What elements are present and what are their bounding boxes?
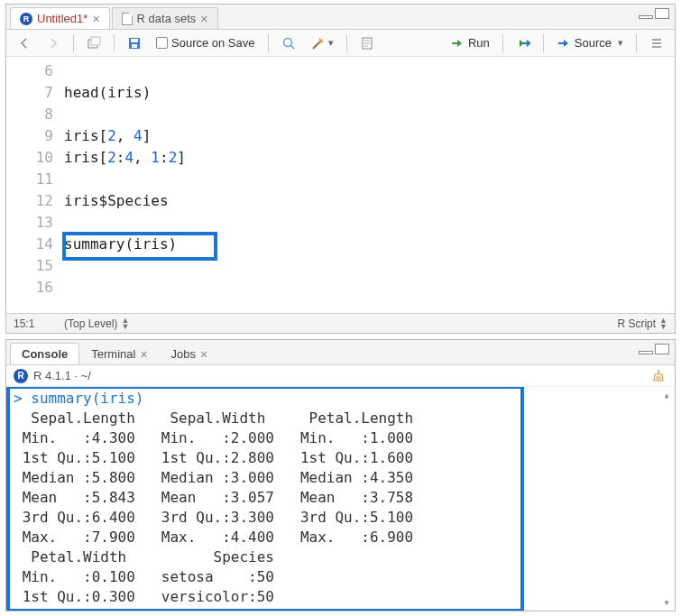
tab-label: R data sets bbox=[137, 12, 197, 25]
source-toolbar: Source on Save ▾ Run Source ▾ bbox=[6, 30, 675, 57]
console-info-bar: R R 4.1.1 · ~/ bbox=[6, 365, 675, 387]
rerun-button[interactable] bbox=[511, 34, 536, 52]
tab-jobs[interactable]: Jobs × bbox=[160, 343, 220, 364]
source-tabbar: R Untitled1* × R data sets × bbox=[6, 5, 675, 30]
outline-button[interactable] bbox=[644, 34, 669, 52]
line-gutter: 678910111213141516 bbox=[6, 57, 62, 313]
document-icon bbox=[122, 13, 133, 25]
tab-console[interactable]: Console bbox=[10, 343, 79, 364]
pane-window-controls bbox=[639, 344, 669, 354]
tab-r-data-sets[interactable]: R data sets × bbox=[112, 7, 218, 29]
tab-label: Untitled1* bbox=[37, 12, 87, 25]
r-version-path: R 4.1.1 · ~/ bbox=[33, 369, 91, 382]
minimize-pane-icon[interactable] bbox=[639, 351, 653, 354]
r-logo-icon: R bbox=[14, 369, 28, 383]
code-tools-button[interactable]: ▾ bbox=[305, 34, 339, 52]
show-in-new-window-button[interactable] bbox=[81, 34, 106, 52]
clear-console-button[interactable] bbox=[651, 368, 666, 385]
scroll-down-icon[interactable]: ▾ bbox=[660, 596, 673, 609]
cursor-position: 15:1 bbox=[14, 317, 64, 330]
scope-selector[interactable]: (Top Level) ▲▼ bbox=[64, 317, 617, 330]
tab-untitled1[interactable]: R Untitled1* × bbox=[10, 7, 110, 29]
r-script-icon: R bbox=[20, 13, 32, 25]
close-icon[interactable]: × bbox=[200, 347, 207, 362]
back-button[interactable] bbox=[12, 34, 37, 52]
close-icon[interactable]: × bbox=[200, 13, 207, 25]
console-pane: Console Terminal × Jobs × R R 4.1.1 · ~/… bbox=[5, 339, 676, 611]
svg-point-5 bbox=[283, 38, 291, 46]
svg-rect-4 bbox=[132, 44, 137, 48]
console-output[interactable]: > summary(iris) Sepal.Length Sepal.Width… bbox=[6, 387, 675, 611]
run-button[interactable]: Run bbox=[445, 34, 495, 52]
source-button[interactable]: Source ▾ bbox=[551, 34, 629, 52]
close-icon[interactable]: × bbox=[140, 347, 147, 362]
checkbox-icon bbox=[156, 37, 168, 49]
console-result: Sepal.Length Sepal.Width Petal.Length Mi… bbox=[14, 409, 667, 607]
code-area[interactable]: head(iris) iris[2, 4]iris[2:4, 1:2] iris… bbox=[62, 57, 675, 313]
pane-window-controls bbox=[639, 8, 669, 19]
source-on-save-toggle[interactable]: Source on Save bbox=[151, 34, 261, 51]
source-on-save-label: Source on Save bbox=[171, 36, 255, 50]
updown-icon: ▲▼ bbox=[659, 317, 667, 329]
source-statusbar: 15:1 (Top Level) ▲▼ R Script ▲▼ bbox=[6, 313, 675, 333]
close-icon[interactable]: × bbox=[92, 13, 99, 25]
find-button[interactable] bbox=[276, 34, 301, 52]
svg-line-6 bbox=[290, 45, 294, 49]
compile-report-button[interactable] bbox=[354, 34, 380, 52]
updown-icon: ▲▼ bbox=[121, 317, 129, 329]
console-command: > summary(iris) bbox=[14, 389, 667, 409]
minimize-pane-icon[interactable] bbox=[639, 15, 653, 19]
svg-rect-1 bbox=[91, 37, 100, 45]
scroll-up-icon[interactable]: ▴ bbox=[660, 389, 673, 401]
svg-rect-3 bbox=[131, 39, 138, 42]
maximize-pane-icon[interactable] bbox=[655, 344, 669, 354]
source-label: Source bbox=[575, 36, 612, 50]
source-pane: R Untitled1* × R data sets × bbox=[5, 4, 676, 334]
forward-button[interactable] bbox=[41, 34, 66, 52]
console-tabbar: Console Terminal × Jobs × bbox=[6, 340, 675, 365]
language-selector[interactable]: R Script ▲▼ bbox=[617, 317, 667, 330]
maximize-pane-icon[interactable] bbox=[655, 8, 669, 19]
save-button[interactable] bbox=[122, 34, 147, 52]
code-editor[interactable]: 678910111213141516 head(iris) iris[2, 4]… bbox=[6, 57, 675, 313]
run-label: Run bbox=[468, 36, 490, 50]
tab-terminal[interactable]: Terminal × bbox=[79, 343, 159, 364]
